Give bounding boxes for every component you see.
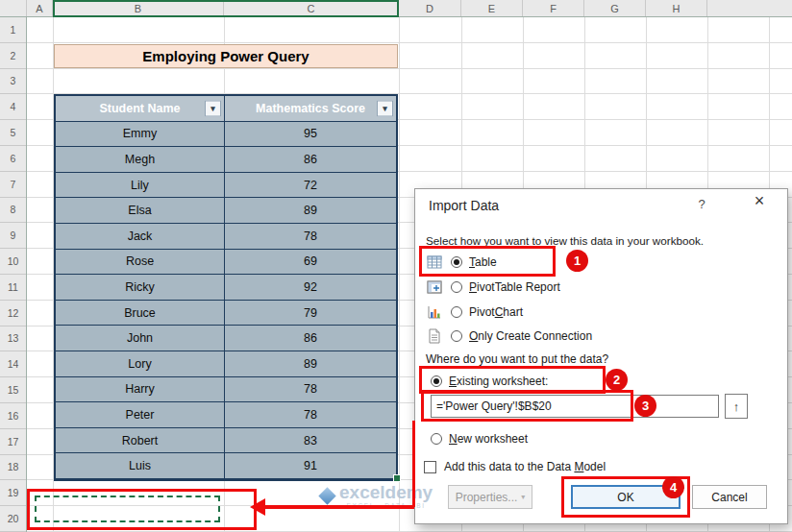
filter-dropdown-icon: ▾ [383,104,387,113]
filter-button[interactable]: ▾ [377,100,393,116]
table-row: Rose 69 [56,250,396,276]
option-pivotchart[interactable]: PivotChart [427,302,523,322]
row-header[interactable]: 19 [0,480,26,506]
table-row: John 86 [56,326,396,351]
data-model-checkbox[interactable] [424,461,436,473]
student-name-cell[interactable]: Rose [56,250,225,276]
table-row: Lily 72 [56,173,396,199]
row-header[interactable]: 5 [0,120,26,146]
row-header[interactable]: 13 [0,326,26,352]
score-cell[interactable]: 86 [225,147,396,173]
help-button[interactable]: ? [692,197,711,216]
radio-table[interactable] [451,256,462,268]
student-name-cell[interactable]: Luis [56,453,225,479]
column-header[interactable]: H [646,0,707,16]
column-header[interactable]: E [461,0,523,16]
filter-button[interactable]: ▾ [205,100,221,116]
select-all-button[interactable] [0,0,27,16]
new-worksheet-option[interactable]: New worksheet [431,429,528,448]
option-table-label: Table [469,255,497,269]
table-row: Bruce 79 [56,301,396,326]
row-header[interactable]: 7 [0,172,26,198]
header-cell-student-name[interactable]: Student Name ▾ [56,96,225,122]
row-header[interactable]: 6 [0,146,26,172]
option-table[interactable]: Table [427,253,497,272]
score-cell[interactable]: 79 [225,301,396,326]
radio-new-worksheet[interactable] [431,433,442,445]
score-cell[interactable]: 89 [225,351,396,377]
cancel-button[interactable]: Cancel [692,485,767,509]
student-name-cell[interactable]: Peter [56,402,225,428]
option-pivottable-report[interactable]: PivotTable Report [427,278,560,297]
student-name-cell[interactable]: Lory [56,351,225,377]
table-row: Emmy 95 [56,122,396,148]
dialog-intro: Select how you want to view this data in… [426,234,704,247]
pivotchart-icon [427,304,444,320]
row-header[interactable]: 15 [0,377,26,403]
row-header[interactable]: 4 [0,94,26,120]
existing-worksheet-option[interactable]: Existing worksheet: [431,372,548,391]
column-header[interactable]: C [224,0,399,16]
student-name-cell[interactable]: Ricky [56,275,225,301]
score-cell[interactable]: 72 [225,173,396,199]
student-name-cell[interactable]: Harry [56,377,225,403]
connection-document-icon [427,328,444,344]
range-selector-button[interactable]: ↑ [725,394,748,419]
row-header[interactable]: 1 [0,17,26,43]
score-cell[interactable]: 89 [225,198,396,224]
column-header[interactable]: A [27,0,53,16]
row-header[interactable]: 11 [0,275,26,301]
radio-pivottable-report[interactable] [451,281,462,293]
column-header[interactable]: G [584,0,646,16]
student-name-cell[interactable]: Elsa [56,198,225,224]
row-header[interactable]: 20 [0,506,26,532]
student-name-cell[interactable]: Emmy [56,122,225,148]
score-cell[interactable]: 78 [225,224,396,250]
row-header[interactable]: 8 [0,198,26,224]
score-cell[interactable]: 78 [225,377,396,403]
student-name-cell[interactable]: Megh [56,147,225,173]
row-header[interactable]: 16 [0,403,26,429]
score-cell[interactable]: 86 [225,326,396,351]
worksheet-title-cell[interactable]: Employing Power Query [54,44,398,68]
table-icon [427,254,444,270]
existing-worksheet-label: Existing worksheet: [449,375,548,388]
column-header[interactable]: F [523,0,584,16]
column-header[interactable]: B [53,0,224,16]
row-header[interactable]: 3 [0,69,26,95]
range-input[interactable] [431,395,719,418]
header-cell-mathematics-score[interactable]: Mathematics Score ▾ [225,96,396,122]
column-header[interactable]: D [399,0,461,16]
student-name-cell[interactable]: John [56,326,225,351]
student-name-cell[interactable]: Jack [56,224,225,250]
row-header[interactable]: 2 [0,43,26,69]
row-header[interactable]: 10 [0,249,26,275]
row-header-bar: 1 2 3 4 5 6 7 8 9 10 11 12 13 14 15 [0,17,27,532]
mathematics-score-header-label: Mathematics Score [256,102,365,115]
table-row: Peter 78 [56,402,396,428]
data-model-option[interactable]: Add this data to the Data Model [424,458,606,475]
option-only-create-connection[interactable]: Only Create Connection [427,326,592,346]
score-cell[interactable]: 78 [225,402,396,428]
score-cell[interactable]: 92 [225,275,396,301]
radio-only-create-connection[interactable] [451,330,462,342]
row-header[interactable]: 12 [0,301,26,326]
option-pivottable-report-label: PivotTable Report [469,280,560,294]
row-header[interactable]: 18 [0,455,26,481]
row-header[interactable]: 17 [0,429,26,455]
score-cell[interactable]: 91 [225,453,396,479]
row-header[interactable]: 9 [0,223,26,249]
score-cell[interactable]: 83 [225,428,396,454]
ok-button[interactable]: OK [571,485,681,509]
student-name-cell[interactable]: Bruce [56,301,225,326]
score-cell[interactable]: 69 [225,250,396,276]
close-icon[interactable]: × [746,191,773,214]
row-header[interactable]: 14 [0,351,26,377]
fill-handle[interactable] [393,474,401,482]
student-name-cell[interactable]: Robert [56,428,225,454]
radio-pivotchart[interactable] [451,306,462,318]
score-cell[interactable]: 95 [225,122,396,148]
properties-button[interactable]: Properties...▾ [448,485,532,509]
student-name-cell[interactable]: Lily [56,173,225,199]
radio-existing-worksheet[interactable] [431,375,442,387]
